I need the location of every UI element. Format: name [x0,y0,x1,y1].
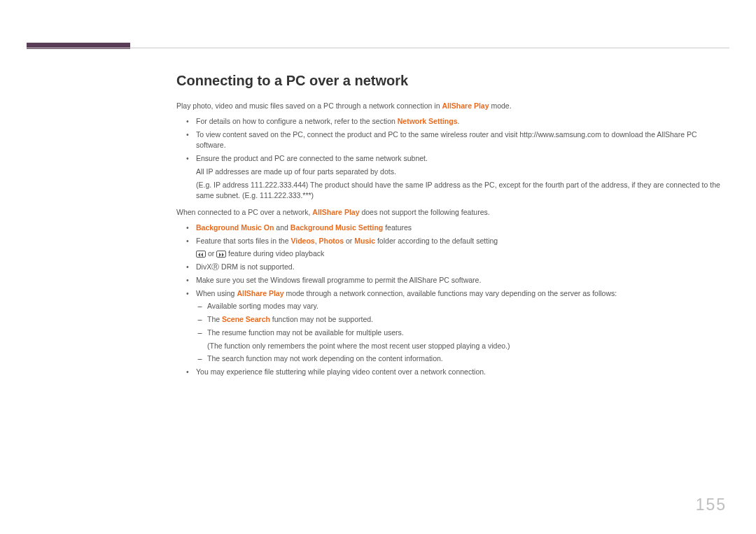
page-title: Connecting to a PC over a network [176,70,724,91]
list-item: The search function may not work dependi… [176,353,724,365]
list-item: For details on how to configure a networ… [176,116,724,127]
list-item: Make sure you set the Windows firewall p… [176,275,724,286]
highlight-allshare-play: AllShare Play [442,101,489,110]
bullet-list-1: For details on how to configure a networ… [176,116,724,164]
list-item: When using AllShare Play mode through a … [176,288,724,300]
sub-text: (The function only remembers the point w… [176,341,724,352]
bullet-list-4: You may experience file stuttering while… [176,367,724,378]
sub-text: or feature during video playback [176,248,724,260]
dash-list-cont: The search function may not work dependi… [176,353,724,365]
list-item: Available sorting modes may vary. [176,301,724,312]
header-rule [27,48,729,48]
list-item: Background Music On and Background Music… [176,223,724,234]
list-item: DivXⓇ DRM is not supported. [176,262,724,273]
sub-text: (E.g. IP address 111.222.333.444) The pr… [176,180,724,202]
list-item: Ensure the product and PC are connected … [176,153,724,164]
main-content: Connecting to a PC over a network Play p… [176,70,724,380]
sub-text: All IP addresses are made up of four par… [176,167,724,178]
highlight-videos: Videos [290,237,314,245]
highlight-bg-music-on: Background Music On [196,223,274,232]
list-item: The resume function may not be available… [176,328,724,339]
list-item: To view content saved on the PC, connect… [176,129,724,152]
highlight-allshare-play: AllShare Play [237,289,284,297]
highlight-scene-search: Scene Search [222,315,270,323]
highlight-music: Music [354,237,375,245]
bullet-list-3: DivXⓇ DRM is not supported. Make sure yo… [176,262,724,299]
fast-forward-icon [216,251,226,258]
highlight-network-settings: Network Settings [398,117,458,125]
rewind-icon [196,251,206,258]
highlight-photos: Photos [319,237,344,245]
list-item: You may experience file stuttering while… [176,367,724,378]
mid-paragraph: When connected to a PC over a network, A… [176,207,724,218]
highlight-bg-music-setting: Background Music Setting [290,223,383,232]
list-item: Feature that sorts files in the Videos, … [176,236,724,247]
bullet-list-2: Background Music On and Background Music… [176,223,724,247]
page-number: 155 [696,496,727,514]
highlight-allshare-play: AllShare Play [312,208,359,216]
dash-list: Available sorting modes may vary. The Sc… [176,301,724,338]
list-item: The Scene Search function may not be sup… [176,314,724,325]
intro-paragraph: Play photo, video and music files saved … [176,101,724,112]
